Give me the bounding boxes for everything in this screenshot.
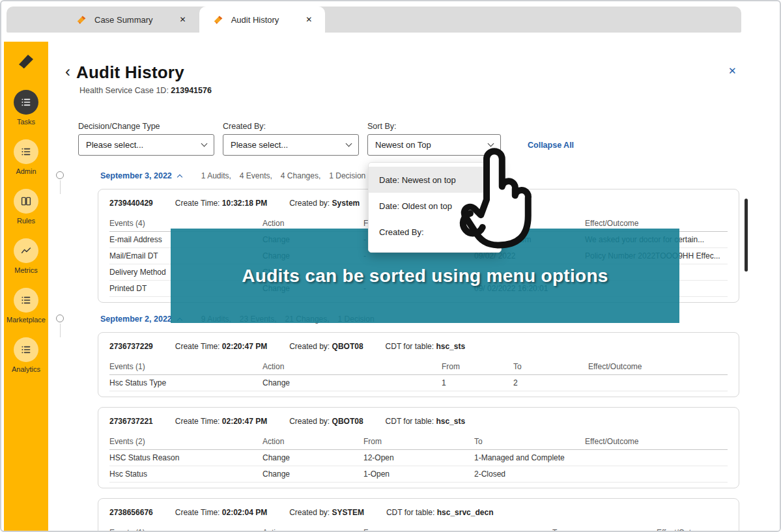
summary-count: 4 Changes, (281, 171, 320, 180)
sort-by-value: Newest on Top (375, 140, 431, 150)
column-header: Effect/Outcome (585, 437, 728, 446)
list-icon (14, 288, 38, 313)
section-cards: 2736737229 Create Time: 02:20:47 PM Crea… (98, 332, 739, 531)
column-header: Events (1) (109, 528, 263, 531)
decision-type-value: Please select... (86, 140, 143, 150)
tab-label: Case Summary (94, 15, 153, 25)
section-date-label: September 3, 2022 (100, 171, 172, 180)
filter-bar: Decision/Change Type Please select... Cr… (78, 122, 780, 156)
sidebar-item-metrics[interactable]: Metrics (4, 238, 48, 274)
column-header: To (513, 362, 588, 371)
list-icon (14, 337, 38, 362)
table-cell: Change (263, 469, 363, 479)
audit-id: 2738656676 (109, 508, 153, 517)
section-date-toggle[interactable]: September 2, 2022 (100, 315, 182, 324)
sidebar: Tasks Admin Rules Metrics Marketplace An… (4, 42, 48, 531)
tab-logo-icon (76, 14, 87, 25)
audit-created-by: Created by: System (289, 199, 360, 208)
tab-bar: Case Summary ✕ Audit History ✕ (7, 7, 741, 33)
audit-table-header-row: Events (1)ActionFromToEffect/Outcome (109, 358, 728, 375)
audit-card: 2736737229 Create Time: 02:20:47 PM Crea… (98, 332, 739, 397)
app-window: Case Summary ✕ Audit History ✕ Tasks Adm… (0, 0, 781, 532)
tab-audit-history[interactable]: Audit History ✕ (199, 7, 326, 33)
sidebar-item-label: Analytics (4, 365, 48, 373)
section-date-toggle[interactable]: September 3, 2022 (100, 171, 182, 180)
created-by-select[interactable]: Please select... (223, 134, 359, 156)
page-title: Audit History (76, 63, 184, 83)
audit-card-header: 2738656676 Create Time: 02:02:04 PM Crea… (109, 505, 728, 524)
audit-table-body: Hsc Status TypeChange12 (109, 375, 728, 391)
sidebar-item-rules[interactable]: Rules (4, 189, 48, 225)
close-icon[interactable]: ✕ (728, 65, 737, 77)
decision-type-label: Decision/Change Type (78, 122, 214, 131)
column-header: Events (4) (109, 219, 263, 228)
table-cell: HSC Status Reason (109, 453, 263, 462)
tab-logo-icon (212, 14, 224, 25)
column-header: Events (2) (109, 437, 263, 446)
column-header: Effect/Outcome (588, 362, 728, 371)
audit-card: 2738656676 Create Time: 02:02:04 PM Crea… (98, 498, 739, 531)
table-cell: 1 (442, 378, 513, 387)
audit-created-by: Created by: SYSTEM (289, 508, 364, 517)
column-header: Action (263, 219, 363, 228)
section-summary: 1 Audits,4 Events,4 Changes,1 Decision (201, 171, 365, 180)
timeline-line (60, 324, 61, 337)
audit-id: 2736737221 (109, 417, 153, 426)
created-by-value: Please select... (231, 140, 288, 150)
audit-cdt-table: CDT for table: hsc_srvc_decn (386, 508, 494, 517)
audit-create-time: Create Time: 02:20:47 PM (175, 342, 267, 351)
audit-card-header: 2736737229 Create Time: 02:20:47 PM Crea… (109, 339, 728, 358)
column-header: To (552, 528, 657, 531)
audit-table-header-row: Events (2)ActionFromToEffect/Outcome (109, 433, 728, 450)
tooltip-banner-text: Audits can be sorted using menu options (242, 266, 608, 287)
column-header: Effect/Outcome (585, 219, 728, 228)
audit-cdt-table: CDT for table: hsc_sts (386, 417, 466, 426)
sidebar-item-label: Tasks (4, 118, 48, 126)
column-header: From (363, 528, 552, 531)
sidebar-item-tasks[interactable]: Tasks (4, 90, 48, 126)
case-id-value: 213941576 (171, 86, 212, 95)
table-cell: Hsc Status Type (109, 378, 263, 387)
table-cell: Change (263, 378, 442, 387)
audit-created-by: Created by: QBOT08 (289, 417, 363, 426)
audit-card: 2736737221 Create Time: 02:20:47 PM Crea… (98, 407, 739, 488)
audit-cdt-table: CDT for table: hsc_sts (386, 342, 466, 351)
audit-id: 2736737229 (109, 342, 153, 351)
chevron-down-icon (346, 141, 352, 147)
summary-count: 4 Events, (240, 171, 272, 180)
tab-close-icon[interactable]: ✕ (180, 15, 186, 24)
audit-create-time: Create Time: 02:02:04 PM (175, 508, 267, 517)
sidebar-item-label: Marketplace (4, 316, 48, 324)
table-cell: Change (263, 453, 363, 462)
app-logo-icon (16, 51, 36, 72)
chevron-up-icon (177, 175, 182, 180)
tab-label: Audit History (231, 15, 279, 25)
back-chevron-icon[interactable]: ‹ (65, 64, 70, 82)
table-row: Hsc StatusChange1-Open2-Closed (109, 466, 728, 483)
table-row: HSC Status ReasonChange12-Open1-Managed … (109, 450, 728, 466)
sidebar-item-label: Rules (4, 217, 48, 225)
column-header: Events (1) (109, 362, 263, 371)
decision-type-select[interactable]: Please select... (78, 134, 214, 156)
book-icon (14, 189, 38, 214)
audit-table-header-row: Events (1)ActionFromToEffect/Outcome (109, 524, 728, 531)
date-section: September 2, 2022 9 Audits,23 Events,21 … (98, 313, 739, 531)
table-cell: 1-Open (363, 469, 474, 479)
sidebar-item-admin[interactable]: Admin (4, 139, 48, 175)
scrollbar-thumb[interactable] (745, 199, 748, 272)
tab-case-summary[interactable]: Case Summary ✕ (63, 7, 199, 33)
table-cell: 2-Closed (474, 469, 585, 479)
tab-close-icon[interactable]: ✕ (305, 15, 312, 24)
cursor-hand-icon (454, 146, 545, 250)
sidebar-item-analytics[interactable]: Analytics (4, 337, 48, 373)
summary-count: 1 Decision (329, 171, 365, 180)
column-header: Action (263, 362, 442, 371)
case-id-label: Health Service Case 1D: (79, 86, 169, 95)
table-cell: 12-Open (363, 453, 474, 462)
table-cell: Hsc Status (109, 469, 263, 479)
column-header: Action (263, 437, 363, 446)
column-header: Action (263, 528, 363, 531)
sidebar-item-marketplace[interactable]: Marketplace (4, 288, 48, 324)
sort-by-label: Sort By: (367, 122, 501, 131)
column-header: To (474, 437, 585, 446)
